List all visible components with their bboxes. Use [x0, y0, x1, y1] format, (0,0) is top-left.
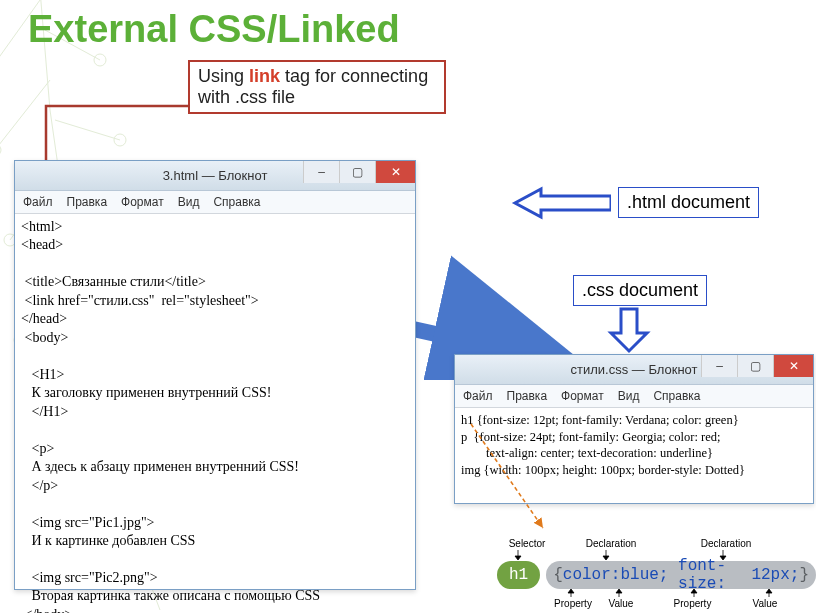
menu-help[interactable]: Справка [213, 195, 260, 209]
syntax-prop2: font-size: [678, 557, 751, 593]
notepad-css-title: стили.css — Блокнот [570, 362, 697, 377]
menu-help[interactable]: Справка [653, 389, 700, 403]
menu-edit[interactable]: Правка [507, 389, 548, 403]
minimize-button[interactable]: – [303, 161, 339, 183]
label-html-doc: .html document [618, 187, 759, 218]
syntax-label-prop2: Property [645, 598, 740, 609]
syntax-val2: 12px; [751, 566, 799, 584]
menu-edit[interactable]: Правка [67, 195, 108, 209]
syntax-label-val2: Value [740, 598, 790, 609]
callout-highlight: link [249, 66, 280, 86]
block-arrow-down [607, 307, 651, 355]
menu-view[interactable]: Вид [618, 389, 640, 403]
notepad-html-body[interactable]: <html> <head> <title>Связанные стили</ti… [15, 214, 415, 613]
css-syntax-example: h1 { color:blue; font-size:12px; } [497, 561, 816, 589]
brace-close: } [799, 566, 809, 584]
syntax-declaration-pill: { color:blue; font-size:12px; } [546, 561, 816, 589]
menu-file[interactable]: Файл [463, 389, 493, 403]
syntax-top-arrows [498, 548, 798, 562]
callout-text: Using [198, 66, 249, 86]
close-button[interactable]: ✕ [375, 161, 415, 183]
label-css-doc: .css document [573, 275, 707, 306]
close-button[interactable]: ✕ [773, 355, 813, 377]
menu-view[interactable]: Вид [178, 195, 200, 209]
svg-line-12 [471, 424, 543, 528]
maximize-button[interactable]: ▢ [737, 355, 773, 377]
syntax-prop1: color: [563, 566, 621, 584]
menu-file[interactable]: Файл [23, 195, 53, 209]
brace-open: { [553, 566, 563, 584]
callout-link-tag: Using link tag for connecting with .css … [188, 60, 446, 114]
notepad-html-menu: Файл Правка Формат Вид Справка [15, 191, 415, 214]
dashed-arrow-selector [465, 418, 555, 538]
slide-title: External CSS/Linked [28, 8, 400, 51]
notepad-css-menu: Файл Правка Формат Вид Справка [455, 385, 813, 408]
maximize-button[interactable]: ▢ [339, 161, 375, 183]
notepad-html-title: 3.html — Блокнот [163, 168, 268, 183]
minimize-button[interactable]: – [701, 355, 737, 377]
svg-point-2 [0, 144, 1, 156]
syntax-label-prop1: Property [549, 598, 597, 609]
svg-point-3 [114, 134, 126, 146]
menu-format[interactable]: Формат [121, 195, 164, 209]
menu-format[interactable]: Формат [561, 389, 604, 403]
syntax-selector-pill: h1 [497, 561, 540, 589]
block-arrow-left [511, 186, 611, 220]
syntax-label-val1: Value [597, 598, 645, 609]
notepad-css-titlebar: стили.css — Блокнот – ▢ ✕ [455, 355, 813, 385]
syntax-val1: blue; [620, 566, 668, 584]
svg-point-1 [94, 54, 106, 66]
notepad-html-titlebar: 3.html — Блокнот – ▢ ✕ [15, 161, 415, 191]
notepad-html-window: 3.html — Блокнот – ▢ ✕ Файл Правка Форма… [14, 160, 416, 590]
